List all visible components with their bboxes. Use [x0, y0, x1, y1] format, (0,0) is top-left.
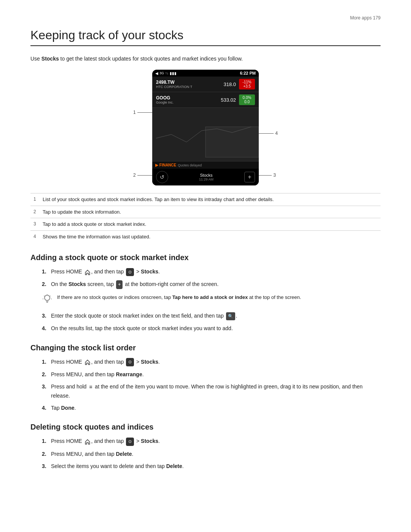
deleting-step-2-num: 2. [42, 450, 49, 458]
annotation-text-2: Tap to update the stock information. [40, 206, 381, 218]
deleting-steps-list: 1. Press HOME , and then tap ⊙ > Stocks.… [42, 437, 381, 470]
deleting-step-1: 1. Press HOME , and then tap ⊙ > Stocks. [42, 437, 381, 446]
adding-step-2-text: On the Stocks screen, tap + at the botto… [51, 280, 381, 289]
stocks-time: 11:29 AM [168, 177, 244, 181]
callout-3-label: 3 [273, 173, 276, 178]
deleting-step-2-text: Press MENU, and then tap Delete. [51, 450, 381, 458]
deleting-step-3-text: Select the items you want to delete and … [51, 462, 381, 470]
adding-step-3-num: 3. [42, 312, 49, 320]
annotation-text-4: Shows the time the information was last … [40, 230, 381, 243]
phone-status-icons: ◀ 3G ↑↓ ▮▮▮ [155, 71, 177, 75]
section-adding-heading: Adding a stock quote or stock market ind… [30, 253, 381, 262]
annotation-text-3: Tap to add a stock quote or stock market… [40, 218, 381, 231]
changing-step-2-num: 2. [42, 370, 49, 379]
stock-item-0: 2498.TW HTC CORPORATION T 318.0 -11% +3.… [152, 77, 259, 92]
annotation-row-3: 3 Tap to add a stock quote or stock mark… [30, 218, 381, 231]
reorder-icon: ≡ [89, 383, 92, 391]
stock-company-1: Google Inc. [156, 101, 221, 104]
changing-step-4-text: Tap Done. [51, 404, 381, 412]
home-icon-3 [84, 439, 91, 445]
stock-change-pct-1: 0.0% [241, 96, 253, 100]
phone-finance-bar: ▶ FINANCE Quotes delayed [152, 161, 259, 169]
adding-step-4-num: 4. [42, 324, 49, 332]
adding-step-1-num: 1. [42, 267, 49, 276]
annotation-num-3: 3 [30, 218, 40, 231]
deleting-step-2: 2. Press MENU, and then tap Delete. [42, 450, 381, 458]
phone-bottom-bar: ↺ Stocks 11:29 AM + [152, 169, 259, 185]
stock-change-abs-1: 0.0 [241, 100, 253, 104]
callout-2-label: 2 [133, 173, 136, 178]
annotation-num-4: 4 [30, 230, 40, 243]
annotation-text-1: List of your stock quotes and stock mark… [40, 193, 381, 206]
add-button[interactable]: + [116, 280, 123, 289]
deleting-step-1-num: 1. [42, 437, 49, 445]
quotes-delayed: Quotes delayed [178, 163, 202, 167]
battery-icon: ▮▮▮ [170, 71, 177, 75]
section-deleting-heading: Deleting stock quotes and indices [30, 423, 381, 431]
adding-step-3-text: Enter the stock quote or stock market in… [51, 312, 381, 320]
tip-box: If there are no stock quotes or indices … [42, 294, 381, 308]
adding-step-1: 1. Press HOME , and then tap ⊙ > Stocks. [42, 267, 381, 276]
phone-mockup-section: 1 4 2 3 ◀ 3G ↑↓ ▮▮▮ [30, 70, 381, 185]
adding-step-2: 2. On the Stocks screen, tap + at the bo… [42, 280, 381, 289]
annotation-num-1: 1 [30, 193, 40, 206]
changing-step-4-num: 4. [42, 404, 49, 412]
stock-ticker-1: GOOG [156, 95, 221, 101]
add-stock-button[interactable]: + [244, 172, 255, 182]
adding-step-4-text: On the results list, tap the stock quote… [51, 324, 381, 332]
refresh-button[interactable]: ↺ [156, 171, 168, 183]
adding-step-1-text: Press HOME , and then tap ⊙ > Stocks. [51, 267, 381, 276]
stock-item-1: GOOG Google Inc. 533.02 0.0% 0.0 [152, 92, 259, 108]
network-icon: 3G [159, 71, 164, 75]
phone-mockup: ◀ 3G ↑↓ ▮▮▮ 6:22 PM 2498.TW HTC CORPORAT… [152, 70, 259, 185]
changing-step-1-num: 1. [42, 358, 49, 366]
home-icon-1 [84, 269, 91, 275]
stock-info-1: GOOG Google Inc. [156, 95, 221, 104]
stock-price-0: 318.0 [223, 81, 236, 87]
changing-step-2-text: Press MENU, and then tap Rearrange. [51, 370, 381, 379]
changing-steps-list: 1. Press HOME , and then tap ⊙ > Stocks.… [42, 358, 381, 412]
adding-extra-steps-list: 3. Enter the stock quote or stock market… [42, 312, 381, 332]
stocks-tab-label: Stocks [168, 173, 244, 177]
apps-button-2[interactable]: ⊙ [126, 358, 134, 366]
stock-company-0: HTC CORPORATION T [156, 85, 223, 89]
home-icon-2 [84, 359, 91, 365]
stock-badge-0: -11% +3.5 [239, 79, 255, 89]
intro-text: Use Stocks to get the latest stock updat… [30, 54, 381, 63]
adding-steps-list: 1. Press HOME , and then tap ⊙ > Stocks.… [42, 267, 381, 289]
annotations-table: 1 List of your stock quotes and stock ma… [30, 193, 381, 243]
changing-step-3-num: 3. [42, 382, 49, 391]
changing-step-2: 2. Press MENU, and then tap Rearrange. [42, 370, 381, 379]
adding-step-2-num: 2. [42, 280, 49, 288]
stock-list: 2498.TW HTC CORPORATION T 318.0 -11% +3.… [152, 77, 259, 108]
adding-step-3: 3. Enter the stock quote or stock market… [42, 312, 381, 320]
changing-step-3: 3. Press and hold ≡ at the end of the it… [42, 382, 381, 400]
changing-step-3-text: Press and hold ≡ at the end of the item … [51, 382, 381, 400]
deleting-step-3: 3. Select the items you want to delete a… [42, 462, 381, 470]
stock-price-1: 533.02 [221, 97, 236, 103]
stock-change-pct-0: -11% [241, 80, 253, 84]
stock-ticker-0: 2498.TW [156, 80, 223, 85]
search-button[interactable]: 🔍 [226, 312, 235, 321]
page-title: Keeping track of your stocks [30, 28, 381, 46]
svg-rect-1 [206, 127, 259, 157]
changing-step-4: 4. Tap Done. [42, 404, 381, 412]
page-number: More apps 179 [30, 15, 381, 21]
annotation-num-2: 2 [30, 206, 40, 218]
finance-logo: ▶ FINANCE [155, 163, 176, 167]
chart-area [152, 108, 259, 161]
callout-1-label: 1 [133, 110, 136, 115]
signal-icon: ◀ [155, 71, 158, 75]
annotation-row-2: 2 Tap to update the stock information. [30, 206, 381, 218]
tip-icon [42, 294, 53, 308]
stock-badge-1: 0.0% 0.0 [239, 94, 255, 105]
phone-status-bar: ◀ 3G ↑↓ ▮▮▮ 6:22 PM [152, 70, 259, 77]
changing-step-1: 1. Press HOME , and then tap ⊙ > Stocks. [42, 358, 381, 366]
changing-step-1-text: Press HOME , and then tap ⊙ > Stocks. [51, 358, 381, 366]
adding-step-4: 4. On the results list, tap the stock qu… [42, 324, 381, 332]
apps-button-1[interactable]: ⊙ [126, 268, 134, 276]
deleting-step-1-text: Press HOME , and then tap ⊙ > Stocks. [51, 437, 381, 446]
svg-point-2 [45, 295, 50, 300]
phone-time: 6:22 PM [240, 71, 256, 75]
apps-button-3[interactable]: ⊙ [126, 438, 134, 446]
